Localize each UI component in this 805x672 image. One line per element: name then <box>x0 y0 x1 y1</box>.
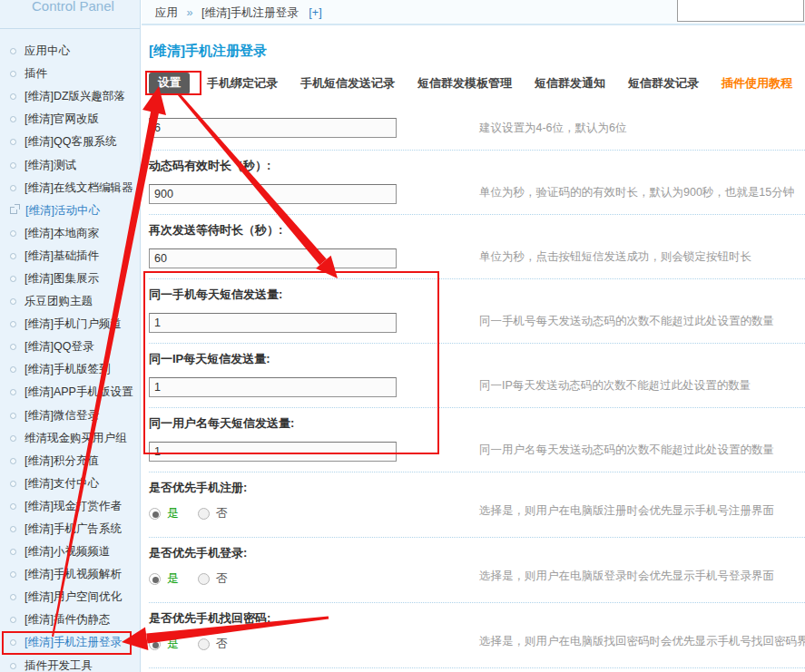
sidebar-item-7[interactable]: [维清]活动中心 <box>0 200 140 222</box>
bullet-circle-icon <box>10 594 16 600</box>
text-input[interactable] <box>149 184 397 204</box>
sidebar: Control Panel 应用中心 插件 [维清]DZ版兴趣部落 [维清]官网… <box>0 0 141 672</box>
sidebar-item-23[interactable]: [维清]手机视频解析 <box>0 563 140 586</box>
bullet-circle-icon <box>10 413 16 419</box>
form-row: 同一IP每天短信发送量:同一IP每天发送动态码的次数不能超过此处设置的数量 <box>149 344 805 408</box>
sidebar-item-15[interactable]: [维清]APP手机版设置 <box>0 381 140 404</box>
sidebar-item-label: [维清]插件伪静态 <box>25 612 110 628</box>
sidebar-header: Control Panel <box>0 0 140 29</box>
bullet-circle-icon <box>10 298 16 305</box>
field-label: 同一手机每天短信发送量: <box>149 287 805 301</box>
sidebar-item-label: [维清]在线文档编辑器 <box>25 180 133 196</box>
radio-label: 是 <box>167 570 179 587</box>
sidebar-item-16[interactable]: [维清]微信登录 <box>0 404 140 427</box>
bullet-circle-icon <box>10 71 16 77</box>
sidebar-item-11[interactable]: 乐豆团购主题 <box>0 290 140 313</box>
sidebar-item-24[interactable]: [维清]用户空间优化 <box>0 586 140 609</box>
text-input[interactable] <box>149 377 397 397</box>
sidebar-item-18[interactable]: [维清]积分充值 <box>0 450 140 472</box>
sidebar-item-25[interactable]: [维清]插件伪静态 <box>0 609 140 631</box>
sidebar-item-label: [维清]本地商家 <box>25 226 99 241</box>
sidebar-item-label: [维清]手机版签到 <box>25 362 110 377</box>
bullet-circle-icon <box>10 116 16 122</box>
sidebar-item-0[interactable]: 应用中心 <box>0 40 140 63</box>
text-input[interactable] <box>149 248 397 268</box>
sidebar-item-21[interactable]: [维清]手机广告系统 <box>0 518 140 541</box>
sidebar-item-label: [维清]用户空间优化 <box>25 589 122 605</box>
external-link-icon <box>10 207 17 214</box>
field-hint: 单位为秒，点击按钮短信发送成功，则会锁定按钮时长 <box>479 249 751 265</box>
sidebar-item-5[interactable]: [维清]测试 <box>0 153 140 176</box>
sidebar-item-27[interactable]: 插件开发工具 <box>0 655 140 672</box>
sidebar-item-2[interactable]: [维清]DZ版兴趣部落 <box>0 85 140 108</box>
radio-button[interactable] <box>198 638 210 650</box>
field-label: 同一用户名每天短信发送量: <box>149 416 805 430</box>
sidebar-item-22[interactable]: [维清]小视频频道 <box>0 541 140 563</box>
form-row: 是否优先手机找回密码:是否选择是，则用户在电脑版找回密码时会优先显示手机号找回密… <box>149 603 805 668</box>
bullet-circle-icon <box>10 503 16 510</box>
sidebar-item-label: [维清]支付中心 <box>25 476 99 492</box>
field-label: 动态码有效时长（秒）: <box>149 159 805 172</box>
field-label: 是否优先手机找回密码: <box>149 611 805 625</box>
tab-3[interactable]: 短信群发模板管理 <box>417 75 512 92</box>
bullet-circle-icon <box>10 253 16 259</box>
bullet-circle-icon <box>10 458 16 464</box>
text-input[interactable] <box>149 118 397 138</box>
bullet-circle-icon <box>10 617 16 623</box>
bullet-circle-icon <box>10 230 16 237</box>
sidebar-item-6[interactable]: [维清]在线文档编辑器 <box>0 177 140 200</box>
sidebar-item-label: 应用中心 <box>25 44 70 59</box>
form-row: 是否优先手机登录:是否选择是，则用户在电脑版登录时会优先显示手机号登录界面 <box>149 538 805 603</box>
sidebar-item-14[interactable]: [维清]手机版签到 <box>0 358 140 381</box>
radio-label: 是 <box>167 505 179 521</box>
bullet-circle-icon <box>10 526 16 532</box>
text-input[interactable] <box>149 442 397 462</box>
sidebar-item-label: [维清]QQ客服系统 <box>25 134 116 150</box>
bullet-circle-icon <box>10 571 16 578</box>
radio-button[interactable] <box>149 638 161 650</box>
sidebar-item-label: 插件开发工具 <box>25 658 93 672</box>
radio-button[interactable] <box>149 573 161 585</box>
radio-button[interactable] <box>149 508 161 520</box>
form-row: 同一手机每天短信发送量:同一手机号每天发送动态码的次数不能超过此处设置的数量 <box>149 279 805 344</box>
sidebar-item-3[interactable]: [维清]官网改版 <box>0 108 140 131</box>
radio-label: 否 <box>216 636 228 652</box>
text-input[interactable] <box>149 313 397 333</box>
sidebar-item-label: [维清]小视频频道 <box>25 544 110 560</box>
form-row: 动态码有效时长（秒）:单位为秒，验证码的的有效时长，默认为900秒，也就是15分… <box>149 151 805 215</box>
breadcrumb-page[interactable]: [维清]手机注册登录 <box>201 6 299 19</box>
bullet-circle-icon <box>10 663 16 669</box>
breadcrumb-section[interactable]: 应用 <box>155 6 178 19</box>
tab-5[interactable]: 短信群发记录 <box>628 75 699 92</box>
sidebar-item-9[interactable]: [维清]基础插件 <box>0 245 140 268</box>
page-title: [维清]手机注册登录 <box>149 43 805 60</box>
bullet-circle-icon <box>10 435 16 442</box>
search-input[interactable] <box>677 0 804 22</box>
sidebar-item-20[interactable]: [维清]现金打赏作者 <box>0 495 140 518</box>
tab-0[interactable]: 设置 <box>149 73 190 94</box>
sidebar-item-17[interactable]: 维清现金购买用户组 <box>0 427 140 450</box>
open-new-tab-link[interactable]: [+] <box>309 6 321 19</box>
sidebar-item-19[interactable]: [维清]支付中心 <box>0 472 140 495</box>
field-hint: 同一用户名每天发送动态码的次数不能超过此处设置的数量 <box>479 443 774 458</box>
tab-4[interactable]: 短信群发通知 <box>535 75 605 92</box>
sidebar-item-12[interactable]: [维清]手机门户频道 <box>0 313 140 336</box>
tab-2[interactable]: 手机短信发送记录 <box>300 75 395 92</box>
sidebar-item-10[interactable]: [维清]图集展示 <box>0 268 140 290</box>
sidebar-item-26[interactable]: [维清]手机注册登录 <box>0 631 140 654</box>
field-label: 是否优先手机注册: <box>149 481 805 494</box>
form-row: 只允许手机注册: <box>149 668 805 672</box>
sidebar-item-13[interactable]: [维清]QQ登录 <box>0 336 140 358</box>
radio-button[interactable] <box>198 508 210 520</box>
sidebar-list: 应用中心 插件 [维清]DZ版兴趣部落 [维清]官网改版 [维清]QQ客服系统 … <box>0 29 140 672</box>
tab-1[interactable]: 手机绑定记录 <box>207 75 278 92</box>
settings-form: 建议设置为4-6位，默认为6位动态码有效时长（秒）:单位为秒，验证码的的有效时长… <box>149 104 805 672</box>
radio-label: 是 <box>167 636 179 652</box>
sidebar-item-4[interactable]: [维清]QQ客服系统 <box>0 131 140 153</box>
sidebar-item-label: [维清]手机广告系统 <box>25 521 122 537</box>
sidebar-item-8[interactable]: [维清]本地商家 <box>0 222 140 245</box>
sidebar-item-label: [维清]基础插件 <box>25 248 99 264</box>
sidebar-item-1[interactable]: 插件 <box>0 63 140 85</box>
tab-6[interactable]: 插件使用教程 <box>722 75 792 92</box>
radio-button[interactable] <box>198 573 210 585</box>
